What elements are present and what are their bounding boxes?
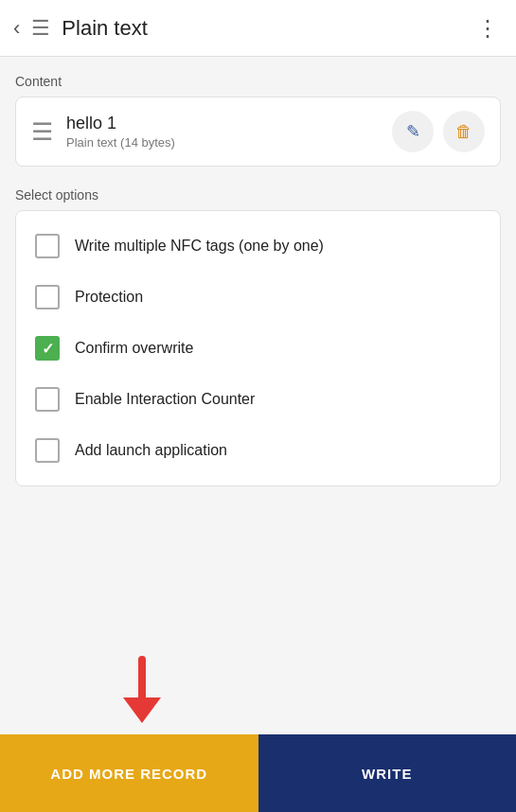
content-card-actions: ✎ 🗑 xyxy=(392,111,485,152)
content-card-subtitle: Plain text (14 bytes) xyxy=(66,135,392,150)
option-label-confirm-overwrite: Confirm overwrite xyxy=(75,340,193,357)
option-row-enable-counter[interactable]: Enable Interaction Counter xyxy=(16,374,500,425)
edit-button[interactable]: ✎ xyxy=(392,111,434,152)
content-card-title: hello 1 xyxy=(66,114,392,133)
options-section-label: Select options xyxy=(15,187,501,203)
checkbox-add-launch[interactable] xyxy=(35,438,60,463)
option-row-protection[interactable]: Protection xyxy=(16,272,500,323)
option-row-confirm-overwrite[interactable]: Confirm overwrite xyxy=(16,323,500,374)
top-bar: ‹ ☰ Plain text ⋮ xyxy=(0,0,516,57)
top-bar-right: ⋮ xyxy=(469,15,507,42)
option-label-enable-counter: Enable Interaction Counter xyxy=(75,391,255,408)
option-label-add-launch: Add launch application xyxy=(75,442,227,459)
top-bar-left: ‹ ☰ Plain text xyxy=(9,12,148,44)
option-row-add-launch[interactable]: Add launch application xyxy=(16,425,500,476)
add-more-record-button[interactable]: ADD MORE RECORD xyxy=(0,734,258,812)
options-card: Write multiple NFC tags (one by one) Pro… xyxy=(15,210,501,486)
checkbox-enable-counter[interactable] xyxy=(35,387,60,412)
checkbox-write-multiple[interactable] xyxy=(35,234,60,258)
back-chevron-icon[interactable]: ‹ xyxy=(9,12,24,44)
checkbox-protection[interactable] xyxy=(35,285,60,309)
option-label-protection: Protection xyxy=(75,289,143,306)
add-more-record-label: ADD MORE RECORD xyxy=(50,766,207,782)
checkbox-confirm-overwrite[interactable] xyxy=(35,336,60,361)
option-row-write-multiple[interactable]: Write multiple NFC tags (one by one) xyxy=(16,221,500,272)
more-options-icon[interactable]: ⋮ xyxy=(469,11,507,44)
content-section-label: Content xyxy=(15,74,501,89)
delete-button[interactable]: 🗑 xyxy=(443,111,485,152)
document-icon: ☰ xyxy=(31,16,50,41)
edit-icon: ✎ xyxy=(406,121,420,142)
write-label: WRITE xyxy=(362,766,412,782)
trash-icon: 🗑 xyxy=(455,122,472,142)
content-card: ☰ hello 1 Plain text (14 bytes) ✎ 🗑 xyxy=(15,97,501,167)
content-card-text: hello 1 Plain text (14 bytes) xyxy=(66,114,392,150)
page-title: Plain text xyxy=(62,16,148,41)
option-label-write-multiple: Write multiple NFC tags (one by one) xyxy=(75,238,324,255)
main-content: Content ☰ hello 1 Plain text (14 bytes) … xyxy=(0,57,516,734)
bottom-bar: ADD MORE RECORD WRITE xyxy=(0,734,516,812)
write-button[interactable]: WRITE xyxy=(258,734,517,812)
content-card-doc-icon: ☰ xyxy=(31,117,53,147)
